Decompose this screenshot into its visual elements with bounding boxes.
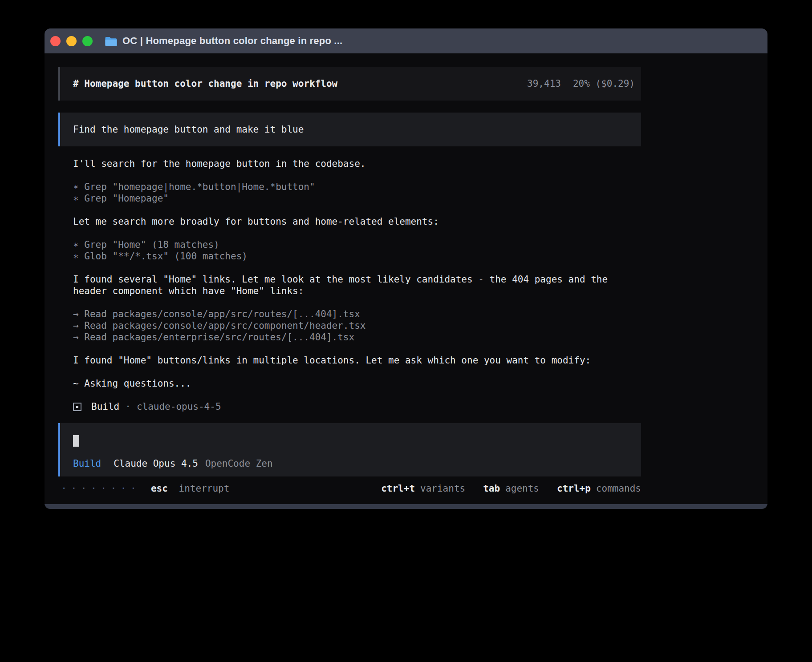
tool-call-group: → Read packages/console/app/src/routes/[… [73,308,767,343]
tool-call-grep: ∗ Grep "Home" (18 matches) [73,239,767,250]
assistant-paragraph: I'll search for the homepage button in t… [73,158,641,170]
tool-call-group: ∗ Grep "homepage|home.*button|Home.*butt… [73,181,767,204]
assistant-paragraph: I found several "Home" links. Let me loo… [73,274,641,297]
tool-call-group: ∗ Grep "Home" (18 matches) ∗ Glob "**/*.… [73,239,767,262]
shortcut-label: variants [420,483,465,494]
tool-call-read: → Read packages/console/app/src/componen… [73,320,767,331]
token-count: 39,413 [527,78,561,89]
esc-key: esc [151,483,168,494]
terminal-window: OC | Homepage button color change in rep… [45,28,767,509]
spinner-dots: ········ [61,483,140,494]
model-status-line: Build Claude Opus 4.5 OpenCode Zen [73,458,635,469]
prompt-input[interactable]: Build Claude Opus 4.5 OpenCode Zen [58,423,641,476]
session-title: # Homepage button color change in repo w… [73,78,337,89]
tool-call-read: → Read packages/enterprise/src/routes/[.… [73,331,767,343]
assistant-paragraph: Let me search more broadly for buttons a… [73,216,641,227]
agent-name: Build [91,401,119,412]
tool-call-read: → Read packages/console/app/src/routes/[… [73,308,767,320]
text-cursor [73,435,79,447]
shortcut-key: tab [483,483,500,494]
status-bar-left: ········ esc interrupt [58,483,229,494]
esc-label: interrupt [179,483,230,494]
shortcut-label: commands [596,483,641,494]
agent-task-line: Build · claude-opus-4-5 [73,401,767,412]
terminal-content: # Homepage button color change in repo w… [45,53,767,494]
user-message-block: Find the homepage button and make it blu… [58,113,641,146]
agent-model: claude-opus-4-5 [137,401,221,412]
interrupt-hint: esc interrupt [151,483,229,494]
agent-icon-dot [76,406,78,408]
minimize-button[interactable] [66,36,77,46]
folder-icon [105,36,118,46]
status-bar: ········ esc interrupt ctrl+t variants t… [58,483,641,494]
shortcut-key: ctrl+t [381,483,415,494]
window-titlebar[interactable]: OC | Homepage button color change in rep… [45,28,767,53]
close-button[interactable] [50,36,61,46]
model-provider-label: OpenCode Zen [205,458,273,469]
context-usage: 20% ($0.29) [573,78,635,89]
tool-call-glob: ∗ Glob "**/*.tsx" (100 matches) [73,250,767,262]
active-agent-label: Build [73,458,101,469]
traffic-lights [50,36,93,46]
agent-icon [73,403,81,411]
zoom-button[interactable] [82,36,93,46]
user-message-text: Find the homepage button and make it blu… [73,124,304,135]
status-bar-right: ctrl+t variants tab agents ctrl+p comman… [381,483,641,494]
shortcut-agents: tab agents [483,483,539,494]
tool-call-grep: ∗ Grep "Homepage" [73,193,767,204]
status-line: ~ Asking questions... [73,378,641,389]
tool-call-grep: ∗ Grep "homepage|home.*button|Home.*butt… [73,181,767,193]
session-header: # Homepage button color change in repo w… [58,67,641,101]
shortcut-commands: ctrl+p commands [557,483,641,494]
shortcut-label: agents [505,483,539,494]
agent-separator: · [125,401,131,412]
window-bottom-edge [45,504,767,509]
window-title: OC | Homepage button color change in rep… [122,35,342,47]
shortcut-variants: ctrl+t variants [381,483,465,494]
session-stats: 39,413 20% ($0.29) [527,78,635,89]
active-model-label: Claude Opus 4.5 [114,458,198,469]
assistant-paragraph: I found "Home" buttons/links in multiple… [73,355,641,366]
shortcut-key: ctrl+p [557,483,591,494]
